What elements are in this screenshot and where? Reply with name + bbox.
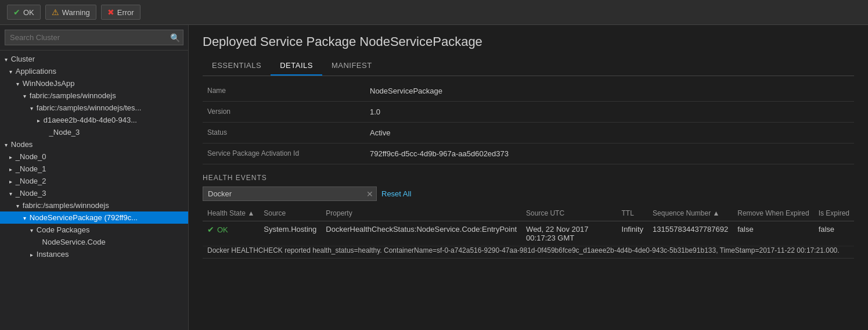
health-col-is-expired: Is Expired <box>814 206 854 221</box>
sidebar: 🔍 ▾ Cluster▾ Applications▾ WinNodeJsApp▾… <box>0 25 189 330</box>
health-table: Health State ▲SourcePropertySource UTCTT… <box>203 206 854 259</box>
ok-icon: ✔ <box>13 8 20 17</box>
health-col-sequence-number[interactable]: Sequence Number ▲ <box>648 206 733 221</box>
ok-row-icon: ✔ <box>207 225 214 234</box>
tree-item-node0[interactable]: ▸ _Node_0 <box>0 150 188 163</box>
error-icon: ✖ <box>107 8 114 17</box>
warning-label: Warning <box>62 8 90 17</box>
ok-badge: ✔OK <box>207 225 254 234</box>
tree-item-winnodejsapp[interactable]: ▾ WinNodeJsApp <box>0 77 188 89</box>
source-cell: System.Hosting <box>259 221 321 246</box>
tree-item-nodeservice-code[interactable]: NodeService.Code <box>0 236 188 248</box>
page-title-prefix: Deployed Service Package <box>203 34 356 49</box>
detail-row: NameNodeServicePackage <box>203 81 854 102</box>
tree-item-node1[interactable]: ▸ _Node_1 <box>0 163 188 175</box>
health-description-cell: Docker HEALTHCHECK reported health_statu… <box>203 246 854 259</box>
remove-when-expired-cell: false <box>733 221 813 246</box>
health-col-remove-when-expired: Remove When Expired <box>733 206 813 221</box>
tree-item-fabric-samples-winnodejs[interactable]: ▾ fabric:/samples/winnodejs <box>0 89 188 102</box>
detail-label: Service Package Activation Id <box>203 144 365 164</box>
filter-row: ✕ Reset All <box>203 186 854 201</box>
tree-item-node3[interactable]: ▾ _Node_3 <box>0 187 188 199</box>
health-col-ttl: TTL <box>617 206 649 221</box>
health-state-cell: ✔OK <box>203 221 259 246</box>
filter-input[interactable] <box>203 186 377 201</box>
top-bar: ✔ OK ⚠ Warning ✖ Error <box>0 0 868 25</box>
health-col-source: Source <box>259 206 321 221</box>
detail-value: Active <box>365 123 854 144</box>
property-cell: DockerHealthCheckStatus:NodeService.Code… <box>321 221 521 246</box>
detail-row: Version1.0 <box>203 102 854 123</box>
tab-essentials[interactable]: ESSENTIALS <box>203 56 271 76</box>
detail-row: StatusActive <box>203 123 854 144</box>
content-body: NameNodeServicePackageVersion1.0StatusAc… <box>189 76 868 330</box>
health-description-row: Docker HEALTHCHECK reported health_statu… <box>203 246 854 259</box>
search-input[interactable] <box>5 30 183 45</box>
detail-label: Status <box>203 123 365 144</box>
detail-label: Name <box>203 81 365 102</box>
search-wrapper: 🔍 <box>5 30 183 45</box>
page-title-name: NodeServicePackage <box>359 34 482 49</box>
health-col-property: Property <box>321 206 521 221</box>
health-table-row: ✔OK System.Hosting DockerHealthCheckStat… <box>203 221 854 246</box>
health-state-value: OK <box>217 225 228 234</box>
search-icon-button[interactable]: 🔍 <box>170 33 180 42</box>
details-table: NameNodeServicePackageVersion1.0StatusAc… <box>203 81 854 164</box>
is-expired-cell: false <box>814 221 854 246</box>
filter-input-wrapper: ✕ <box>203 186 377 201</box>
tree-item-instances[interactable]: ▸ Instances <box>0 248 188 260</box>
detail-value: 792ff9c6-d5cc-4d9b-967a-aa5d602ed373 <box>365 144 854 164</box>
health-col-source-utc: Source UTC <box>521 206 617 221</box>
error-label: Error <box>117 8 134 17</box>
detail-label: Version <box>203 102 365 123</box>
error-button[interactable]: ✖ Error <box>101 5 141 20</box>
tree-item-node3-leaf[interactable]: _Node_3 <box>0 126 188 138</box>
tabs-bar: ESSENTIALSDETAILSMANIFEST <box>203 56 854 76</box>
tab-details[interactable]: DETAILS <box>271 56 322 76</box>
tree-item-nodeservicepackage[interactable]: ▾ NodeServicePackage (792ff9c... <box>0 211 188 224</box>
warning-icon: ⚠ <box>52 8 59 17</box>
ok-label: OK <box>23 8 34 17</box>
tree-item-cluster[interactable]: ▾ Cluster <box>0 53 188 65</box>
tree-item-d1aeee2b[interactable]: ▸ d1aeee2b-4d4b-4de0-943... <box>0 114 188 126</box>
detail-row: Service Package Activation Id792ff9c6-d5… <box>203 144 854 164</box>
tree-item-applications[interactable]: ▾ Applications <box>0 65 188 77</box>
ok-button[interactable]: ✔ OK <box>7 5 41 20</box>
warning-button[interactable]: ⚠ Warning <box>45 5 96 20</box>
tree-item-nodes[interactable]: ▾ Nodes <box>0 138 188 150</box>
detail-value: 1.0 <box>365 102 854 123</box>
detail-value: NodeServicePackage <box>365 81 854 102</box>
tab-manifest[interactable]: MANIFEST <box>322 56 381 76</box>
health-events-title: HEALTH EVENTS <box>203 174 854 182</box>
tree-item-code-packages[interactable]: ▾ Code Packages <box>0 224 188 236</box>
main-layout: 🔍 ▾ Cluster▾ Applications▾ WinNodeJsApp▾… <box>0 25 868 330</box>
tree-item-fabric-samples-winnodejs-node3[interactable]: ▾ fabric:/samples/winnodejs <box>0 199 188 211</box>
tree-container: ▾ Cluster▾ Applications▾ WinNodeJsApp▾ f… <box>0 51 188 330</box>
ttl-cell: Infinity <box>617 221 649 246</box>
tree-item-node2[interactable]: ▸ _Node_2 <box>0 175 188 187</box>
filter-clear-button[interactable]: ✕ <box>366 189 373 199</box>
search-box: 🔍 <box>0 25 188 51</box>
tree-item-fabric-samples-winnodejs-tes[interactable]: ▾ fabric:/samples/winnodejs/tes... <box>0 102 188 114</box>
sequence-number-cell: 131557834437787692 <box>648 221 733 246</box>
health-col-health-state[interactable]: Health State ▲ <box>203 206 259 221</box>
page-title: Deployed Service Package NodeServicePack… <box>203 34 854 49</box>
page-header: Deployed Service Package NodeServicePack… <box>189 25 868 76</box>
content-area: Deployed Service Package NodeServicePack… <box>189 25 868 330</box>
reset-all-link[interactable]: Reset All <box>381 189 411 198</box>
source-utc-cell: Wed, 22 Nov 2017 00:17:23 GMT <box>521 221 617 246</box>
